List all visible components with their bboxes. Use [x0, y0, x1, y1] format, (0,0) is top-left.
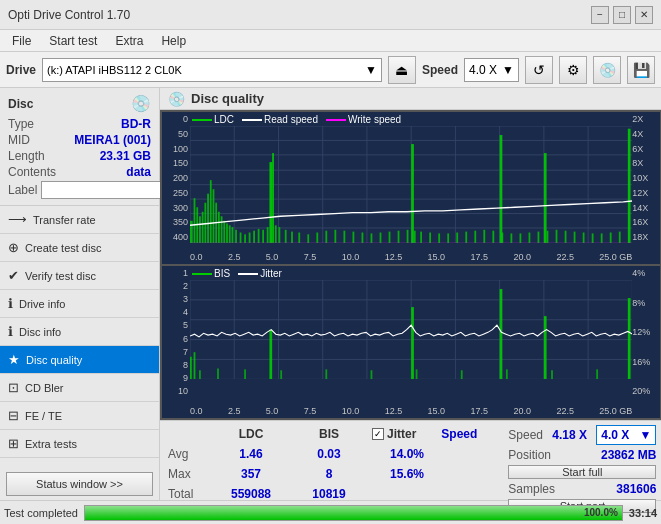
svg-rect-58	[371, 233, 373, 243]
sidebar-item-disc-info[interactable]: ℹDisc info	[0, 318, 159, 346]
main-area: Disc 💿 Type BD-R MID MEIRA1 (001) Length…	[0, 88, 661, 500]
svg-rect-27	[210, 180, 212, 243]
chevron-down-icon-speed: ▼	[502, 63, 514, 77]
svg-rect-53	[325, 231, 327, 244]
read-speed-legend-label: Read speed	[264, 114, 318, 125]
svg-rect-70	[465, 232, 467, 244]
ldc-legend: LDC	[192, 114, 234, 125]
nav-icon-disc-info: ℹ	[8, 324, 13, 339]
sidebar-item-transfer-rate[interactable]: ⟶Transfer rate	[0, 206, 159, 234]
svg-rect-76	[510, 233, 512, 243]
chart-header: 💿 Disc quality	[160, 88, 661, 110]
sidebar-item-extra-tests[interactable]: ⊞Extra tests	[0, 430, 159, 458]
svg-rect-69	[456, 233, 458, 244]
svg-rect-118	[280, 370, 282, 379]
avg-ldc: 1.46	[216, 447, 286, 461]
ldc-legend-color	[192, 119, 212, 121]
speed-stat-selector[interactable]: 4.0 X ▼	[596, 425, 656, 445]
minimize-button[interactable]: −	[591, 6, 609, 24]
svg-rect-64	[414, 231, 416, 244]
sidebar-item-fe-te[interactable]: ⊟FE / TE	[0, 402, 159, 430]
jitter-checkbox[interactable]: ✓	[372, 428, 384, 440]
type-value: BD-R	[121, 117, 151, 131]
svg-rect-122	[461, 370, 463, 379]
menu-extra[interactable]: Extra	[107, 32, 151, 50]
bis-column-header: BIS	[294, 427, 364, 441]
time-display: 33:14	[629, 507, 657, 519]
maximize-button[interactable]: □	[613, 6, 631, 24]
position-value: 23862 MB	[601, 448, 656, 462]
contents-value: data	[126, 165, 151, 179]
max-label: Max	[168, 467, 208, 481]
nav-icon-drive-info: ℹ	[8, 296, 13, 311]
window-controls[interactable]: − □ ✕	[591, 6, 653, 24]
svg-rect-52	[316, 233, 318, 244]
settings-button[interactable]: ⚙	[559, 56, 587, 84]
svg-rect-46	[275, 225, 277, 243]
menu-help[interactable]: Help	[153, 32, 194, 50]
progress-fill	[85, 506, 622, 520]
svg-rect-60	[380, 233, 382, 244]
svg-rect-24	[202, 212, 204, 244]
lower-y-axis-right: 20% 16% 12% 8% 4%	[632, 266, 660, 398]
svg-rect-40	[272, 153, 274, 243]
drive-value: (k:) ATAPI iHBS112 2 CL0K	[47, 64, 182, 76]
svg-rect-43	[258, 229, 260, 243]
svg-rect-119	[325, 369, 327, 379]
nav-label-extra-tests: Extra tests	[25, 438, 77, 450]
svg-rect-81	[556, 230, 558, 244]
sidebar-item-create-test-disc[interactable]: ⊕Create test disc	[0, 234, 159, 262]
sidebar-item-disc-quality[interactable]: ★Disc quality	[0, 346, 159, 374]
svg-rect-86	[592, 233, 594, 243]
total-label: Total	[168, 487, 208, 501]
svg-rect-51	[307, 234, 309, 243]
drive-selector[interactable]: (k:) ATAPI iHBS112 2 CL0K ▼	[42, 58, 382, 82]
sidebar-item-drive-info[interactable]: ℹDrive info	[0, 290, 159, 318]
start-full-button[interactable]: Start full	[508, 465, 656, 479]
samples-row: Samples 381606	[508, 482, 656, 496]
eject-button[interactable]: ⏏	[388, 56, 416, 84]
menu-file[interactable]: File	[4, 32, 39, 50]
svg-rect-117	[244, 369, 246, 379]
save-button[interactable]: 💾	[627, 56, 655, 84]
progress-track: 100.0%	[84, 505, 623, 521]
sidebar-item-cd-bler[interactable]: ⊡CD Bler	[0, 374, 159, 402]
app-title: Opti Drive Control 1.70	[8, 8, 130, 22]
burn-button[interactable]: 💿	[593, 56, 621, 84]
svg-rect-28	[213, 189, 215, 243]
max-jitter: 15.6%	[372, 467, 442, 481]
avg-jitter: 14.0%	[372, 447, 442, 461]
svg-rect-33	[226, 223, 228, 243]
svg-rect-72	[483, 230, 485, 244]
nav-icon-transfer-rate: ⟶	[8, 212, 27, 227]
svg-rect-32	[223, 221, 225, 244]
stats-avg-row: Avg 1.46 0.03 14.0%	[168, 445, 494, 463]
svg-rect-61	[389, 232, 391, 244]
svg-rect-115	[199, 370, 201, 379]
svg-rect-47	[278, 227, 280, 243]
samples-label: Samples	[508, 482, 555, 496]
refresh-button[interactable]: ↺	[525, 56, 553, 84]
speed-stat-label: Speed	[508, 428, 543, 442]
speed-column-header: Speed	[424, 427, 494, 441]
status-text: Test completed	[4, 507, 78, 519]
speed-selector[interactable]: 4.0 X ▼	[464, 58, 519, 82]
max-ldc: 357	[216, 467, 286, 481]
svg-rect-74	[500, 135, 503, 243]
nav-label-create-test-disc: Create test disc	[25, 242, 101, 254]
close-button[interactable]: ✕	[635, 6, 653, 24]
bis-legend-color	[192, 273, 212, 275]
upper-chart: LDC Read speed Write speed 400 350 30	[162, 112, 660, 264]
sidebar-item-verify-test-disc[interactable]: ✔Verify test disc	[0, 262, 159, 290]
speed-row: Speed 4.18 X 4.0 X ▼	[508, 425, 656, 445]
status-window-button[interactable]: Status window >>	[6, 472, 153, 496]
svg-rect-63	[407, 230, 409, 244]
svg-rect-84	[583, 233, 585, 244]
stats-right: Speed 4.18 X 4.0 X ▼ Position 23862 MB S…	[502, 421, 661, 500]
svg-rect-125	[596, 369, 598, 379]
length-field-label: Length	[8, 149, 45, 163]
menu-start-test[interactable]: Start test	[41, 32, 105, 50]
svg-rect-109	[194, 352, 196, 379]
position-label: Position	[508, 448, 551, 462]
svg-rect-39	[269, 162, 272, 243]
